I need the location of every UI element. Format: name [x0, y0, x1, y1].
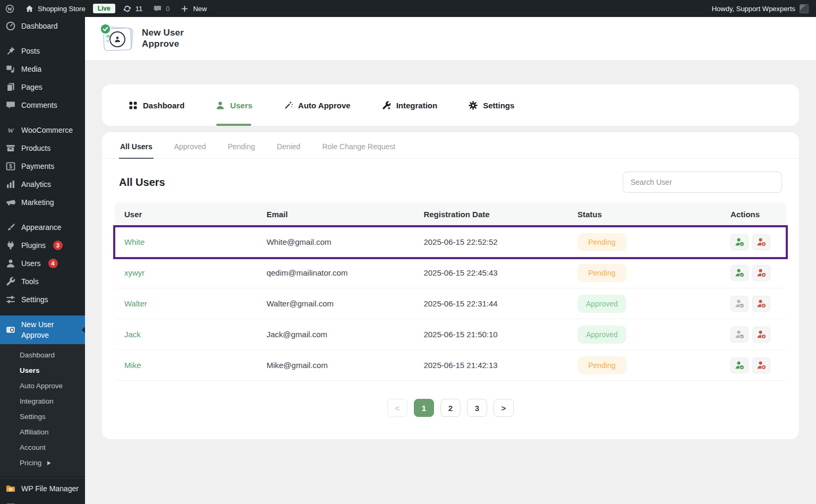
sidebar-item-settings[interactable]: Settings — [0, 291, 85, 309]
brush-icon — [5, 222, 16, 233]
analytics-icon — [5, 179, 16, 190]
approve-user-button[interactable] — [730, 296, 749, 312]
sidebar-item-comments[interactable]: Comments — [0, 96, 85, 114]
approve-user-button[interactable] — [730, 327, 749, 343]
user-email: White@gmail.com — [267, 227, 424, 258]
deny-user-button[interactable] — [752, 234, 770, 250]
user-name-link[interactable]: Jack — [115, 319, 267, 350]
subtab-all-users[interactable]: All Users — [119, 132, 154, 158]
user-approve-icon — [735, 268, 745, 278]
submenu-item-affiliation[interactable]: Affiliation — [0, 424, 85, 440]
sidebar-item-media[interactable]: Media — [0, 60, 85, 78]
status-badge: Pending — [577, 264, 626, 282]
plugin-header: New User Approve — [85, 17, 816, 60]
submenu-item-account[interactable]: Account — [0, 440, 85, 455]
sidebar-item-analytics[interactable]: Analytics — [0, 175, 85, 193]
tool-icon — [381, 100, 392, 110]
updates-menu[interactable]: 11 — [117, 0, 148, 17]
page-button-3[interactable]: 3 — [467, 399, 487, 417]
submenu-item-label: Account — [20, 443, 46, 451]
media-icon — [5, 64, 16, 74]
tab-dashboard[interactable]: Dashboard — [123, 84, 190, 126]
deny-user-button[interactable] — [752, 265, 770, 281]
user-name-link[interactable]: Walter — [115, 288, 267, 319]
tab-settings[interactable]: Settings — [463, 84, 520, 126]
approve-user-button[interactable] — [730, 265, 749, 281]
sidebar-item-new-user-approve[interactable]: New User Approve — [0, 315, 85, 344]
sidebar-item-dashboard[interactable]: Dashboard — [0, 17, 85, 35]
sidebar-item-label: Tools — [21, 276, 39, 287]
user-name-link[interactable]: xywyr — [115, 258, 267, 288]
account-menu[interactable]: Howdy, Support Wpexperts — [712, 4, 816, 13]
search-input[interactable] — [623, 172, 782, 193]
sidebar-item-label: Users — [21, 258, 41, 269]
table-row: MikeMike@gmail.com2025-06-15 21:42:13Pen… — [115, 350, 786, 381]
submenu-item-users[interactable]: Users — [0, 363, 85, 378]
comment-bubble-icon — [153, 4, 162, 13]
submenu-item-dashboard[interactable]: Dashboard — [0, 347, 85, 363]
table-row: WalterWalter@gmail.com2025-06-15 22:31:4… — [115, 288, 786, 319]
sidebar-item-marketing[interactable]: Marketing — [0, 193, 85, 211]
sidebar-item-label: Pages — [21, 82, 42, 92]
new-content-menu[interactable]: New — [175, 0, 212, 17]
sidebar-item-tools[interactable]: Tools — [0, 272, 85, 291]
user-name-link[interactable]: Mike — [115, 350, 267, 381]
approve-user-button[interactable] — [730, 357, 749, 373]
prev-page-button[interactable]: < — [387, 399, 407, 417]
submenu-item-pricing[interactable]: Pricing — [0, 455, 85, 471]
home-icon — [25, 4, 34, 13]
tab-auto-approve[interactable]: Auto Approve — [278, 84, 356, 126]
subtab-pending[interactable]: Pending — [227, 132, 256, 158]
subtab-denied[interactable]: Denied — [276, 132, 301, 158]
deny-user-button[interactable] — [752, 327, 770, 343]
approve-user-button[interactable] — [730, 234, 749, 250]
sidebar-item-appearance[interactable]: Appearance — [0, 218, 85, 236]
sidebar-item-post-smtp[interactable]: Post SMTP — [0, 498, 85, 504]
sidebar-item-plugins[interactable]: Plugins3 — [0, 236, 85, 254]
tab-label: Integration — [396, 101, 438, 110]
site-link[interactable]: Shopping Store — [20, 0, 91, 17]
comments-menu[interactable]: 0 — [148, 0, 175, 17]
sidebar-item-users[interactable]: Users4 — [0, 254, 85, 272]
tab-users[interactable]: Users — [210, 84, 258, 126]
sidebar-item-woocommerce[interactable]: WWooCommerce — [0, 121, 85, 139]
status-cell: Pending — [577, 227, 730, 258]
sidebar-item-label: Analytics — [21, 179, 51, 190]
nua-card-icon — [5, 324, 16, 335]
page-button-1[interactable]: 1 — [414, 399, 434, 417]
user-deny-icon — [756, 268, 767, 278]
page-button-2[interactable]: 2 — [440, 399, 461, 417]
deny-user-button[interactable] — [752, 296, 770, 312]
table-row: xywyrqedim@mailinator.com2025-06-15 22:4… — [115, 258, 786, 288]
sidebar-item-products[interactable]: Products — [0, 139, 85, 157]
plug-icon — [5, 240, 16, 251]
user-approve-icon — [735, 237, 745, 247]
plugin-logo — [101, 25, 135, 53]
submenu-item-integration[interactable]: Integration — [0, 394, 85, 409]
registration-date: 2025-06-15 22:45:43 — [423, 258, 577, 288]
tab-integration[interactable]: Integration — [376, 84, 443, 126]
sidebar-item-wp-file-manager[interactable]: WWP File Manager — [0, 480, 85, 498]
status-badge: Pending — [577, 233, 626, 251]
pages-icon — [5, 82, 16, 92]
submenu-item-auto-approve[interactable]: Auto Approve — [0, 378, 85, 394]
caret-right-icon — [46, 460, 52, 466]
sidebar-item-posts[interactable]: Posts — [0, 42, 85, 60]
wordpress-menu[interactable]: W — [0, 0, 20, 17]
submenu-item-settings[interactable]: Settings — [0, 409, 85, 424]
status-cell: Approved — [577, 288, 730, 319]
next-page-button[interactable]: > — [494, 399, 514, 417]
registration-date: 2025-06-15 21:50:10 — [423, 319, 577, 350]
page-title: All Users — [119, 176, 165, 189]
submenu-item-label: Integration — [20, 397, 54, 405]
sidebar-item-pages[interactable]: Pages — [0, 78, 85, 96]
user-name-link[interactable]: White — [115, 227, 267, 258]
deny-user-button[interactable] — [752, 357, 770, 373]
subtab-approved[interactable]: Approved — [173, 132, 207, 158]
megaphone-icon — [5, 197, 16, 208]
woocommerce-icon: W — [5, 125, 16, 135]
subtab-role-change-request[interactable]: Role Change Request — [321, 132, 396, 158]
sidebar-item-label: Plugins — [21, 240, 46, 251]
sidebar-item-payments[interactable]: $Payments — [0, 157, 85, 175]
column-header-user: User — [115, 202, 267, 227]
